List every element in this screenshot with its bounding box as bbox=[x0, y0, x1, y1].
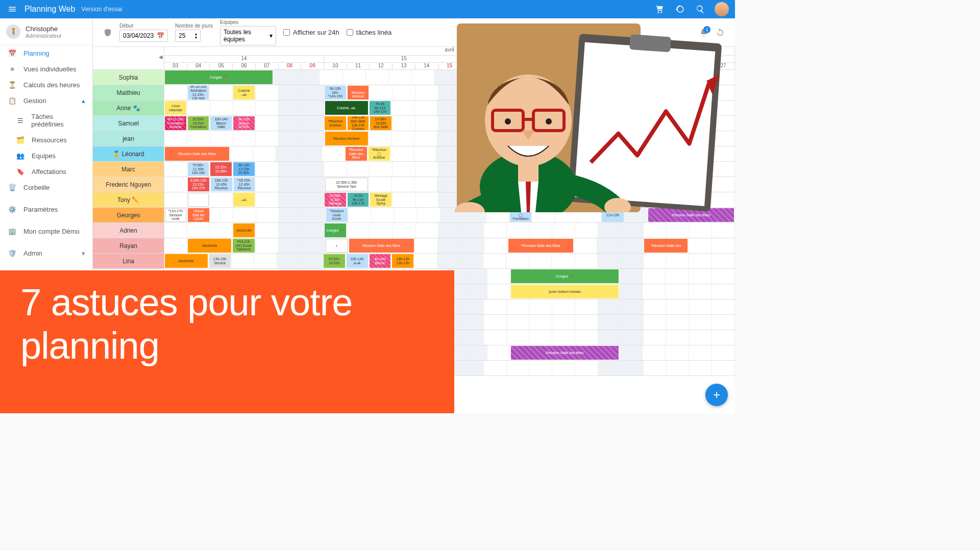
nav-parametres[interactable]: ⚙️Paramètres bbox=[0, 202, 92, 217]
task[interactable]: 8h-14hBlazor bbox=[370, 254, 391, 268]
task[interactable]: 8h-12h13:15h16:30h- bbox=[233, 162, 255, 176]
task[interactable]: 22:30h-1:30hService Taxi bbox=[325, 178, 368, 191]
person-row[interactable]: Adrien bbox=[93, 223, 164, 238]
person-row[interactable]: Anne 🐾 bbox=[93, 101, 164, 116]
task[interactable]: 10h-12h12:45hRéunion bbox=[211, 178, 232, 191]
task[interactable] bbox=[188, 193, 209, 207]
jours-input[interactable]: 25▴▾ bbox=[175, 30, 201, 42]
user-name: Christophe bbox=[26, 25, 62, 33]
task[interactable]: VirtuelEtat etcLycée bbox=[188, 208, 209, 222]
task[interactable]: 13:15h-16:30h- bbox=[210, 162, 232, 176]
task[interactable]: 7h-9h9h-11h14h-17h bbox=[348, 193, 369, 207]
nav-equipes[interactable]: 👥Equipes bbox=[0, 148, 92, 164]
task[interactable]: *11h-17hSessionroute bbox=[165, 208, 186, 222]
task[interactable]: électricité bbox=[165, 254, 208, 268]
nav-vues[interactable]: ≡Vues individuelles bbox=[0, 61, 92, 77]
task[interactable]: Conges 🌴 bbox=[165, 70, 273, 84]
task[interactable]: 8h-10h10h-*14h-15h bbox=[325, 86, 346, 99]
user-block[interactable]: 🧍 Christophe Administrateur bbox=[0, 18, 92, 45]
nav-corbeille[interactable]: 🗑️Corbeille bbox=[0, 180, 92, 195]
task[interactable]: *Réunion Salle des bbox=[644, 239, 688, 253]
person-row[interactable]: 🏅 Léonard bbox=[93, 146, 164, 162]
task[interactable]: 15:58h-0:30hMénage bbox=[325, 193, 346, 207]
task[interactable]: 15:52h-16:52h bbox=[324, 254, 345, 268]
stepper-icon[interactable]: ▴▾ bbox=[195, 32, 197, 39]
person-row[interactable]: Matthieu bbox=[93, 85, 164, 101]
nav-admin[interactable]: 🛡️Admin▾ bbox=[0, 245, 92, 261]
nav-compte[interactable]: 🏢Mon compte Démo bbox=[0, 223, 92, 239]
clipboard-icon: 📋 bbox=[7, 97, 17, 105]
task[interactable]: 𝒜𝒷𝒸 bbox=[233, 193, 255, 207]
task[interactable]: • bbox=[326, 239, 347, 253]
task[interactable]: Conges 🌴 bbox=[325, 223, 346, 237]
notification-icon[interactable]: 1 bbox=[699, 28, 708, 37]
person-row[interactable]: Frederic Nguyen bbox=[93, 177, 164, 192]
nav-affectations[interactable]: 🔖Affectations bbox=[0, 164, 92, 180]
task[interactable]: 7h-9h9h-11h14h-17h bbox=[370, 101, 391, 115]
nav-ressources[interactable]: 🗂️Ressources bbox=[0, 132, 92, 148]
task[interactable]: POLICE(91) EcoleNanterre bbox=[233, 239, 254, 253]
task[interactable]: *10:15h-12:45hRéunion bbox=[234, 178, 255, 191]
task[interactable]: Conges 🌴 bbox=[511, 269, 619, 283]
task[interactable]: *Réunion Salle des fêtes bbox=[508, 239, 573, 253]
task[interactable]: électricité bbox=[188, 239, 231, 253]
task[interactable]: pose cloison bureau bbox=[511, 285, 619, 298]
task[interactable]: 9h-10:10hAmination11:15h-13h test bbox=[188, 86, 209, 99]
task[interactable]: ⚠bonmauvais bbox=[165, 101, 186, 115]
menu-button[interactable] bbox=[6, 3, 18, 15]
shield-icon[interactable] bbox=[103, 28, 112, 37]
check-linear[interactable]: tâches linéa bbox=[347, 29, 391, 36]
task[interactable]: Réunion Annexe bbox=[325, 132, 368, 145]
task[interactable]: Cuisine 𝒜𝒷𝒸 bbox=[325, 101, 368, 115]
nav-calculs[interactable]: ⏳Calculs des heures bbox=[0, 77, 92, 93]
task[interactable]: 14:08h-15:08htest Salle bbox=[370, 116, 391, 130]
task[interactable]: Réunion Salle des fêtes bbox=[648, 208, 734, 222]
task[interactable]: 11h-15h bbox=[602, 208, 623, 222]
task[interactable]: *SessionrouteEcole bbox=[326, 208, 348, 222]
task[interactable]: *RéunionSalle desfêtes bbox=[346, 147, 367, 161]
person-row[interactable]: Sophia bbox=[93, 70, 164, 85]
task[interactable]: 8h-11:15hFormationAnnexe bbox=[165, 116, 186, 130]
search-icon[interactable] bbox=[694, 3, 706, 15]
task[interactable]: 14h-15h◯Formation bbox=[510, 208, 531, 222]
task[interactable]: Réunion Salle des fêtes bbox=[511, 346, 619, 360]
person-row[interactable]: Tony ✏️ bbox=[93, 192, 164, 208]
person-row[interactable]: Samuel bbox=[93, 116, 164, 131]
nav-taches[interactable]: ☰Tâches prédéfinies bbox=[0, 109, 92, 132]
task[interactable]: *9:30h-11:30h13h-18h bbox=[188, 162, 209, 176]
task[interactable]: 8:30h-10h13:15h-15h-17h bbox=[188, 178, 209, 191]
trial-label: Version d'essai bbox=[81, 6, 122, 13]
task[interactable]: Réunion Salle des fêtes bbox=[349, 239, 414, 253]
task[interactable]: 13h-15hService bbox=[209, 254, 231, 268]
task[interactable]: 15:52h-16:52hFormation bbox=[188, 116, 209, 130]
cart-icon[interactable] bbox=[653, 3, 666, 15]
person-row[interactable]: Lina bbox=[93, 254, 164, 269]
task[interactable]: 10h-14hBlazorSalle bbox=[210, 116, 232, 130]
task[interactable]: 10h-14h𝒽ℯ𝓁𝓁ℴ bbox=[347, 254, 368, 268]
task[interactable]: RéunionAnnexe bbox=[348, 86, 369, 99]
task[interactable]: *Réunion◯Annexe bbox=[369, 147, 390, 161]
task[interactable]: MénageEcoleSymp bbox=[370, 193, 391, 207]
nav-gestion[interactable]: 📋Gestion▴ bbox=[0, 93, 92, 109]
task[interactable]: Cuisine𝒜𝒷𝒸 bbox=[233, 86, 255, 99]
task[interactable]: électricité bbox=[233, 223, 255, 237]
equipes-select[interactable]: Toutes les équipes▾ bbox=[220, 26, 276, 45]
history-icon[interactable] bbox=[674, 3, 686, 15]
nav-planning[interactable]: 📅Planning bbox=[0, 45, 92, 61]
task[interactable]: 10h-12h13h-15h bbox=[392, 254, 413, 268]
task[interactable]: 8h-12hBlazor14:03h- bbox=[233, 116, 255, 130]
sync-icon[interactable] bbox=[716, 28, 725, 37]
task[interactable]: Réunion Salle des fêtes bbox=[165, 147, 229, 161]
person-row[interactable]: jean bbox=[93, 131, 164, 146]
avatar[interactable] bbox=[715, 2, 729, 16]
chevron-down-icon: ▾ bbox=[82, 249, 85, 257]
person-row[interactable]: Rayan bbox=[93, 238, 164, 254]
debut-input[interactable]: 03/04/2023📅 bbox=[119, 30, 168, 42]
person-row[interactable]: Marc bbox=[93, 162, 164, 177]
task[interactable]: *RéunionAnnexe bbox=[325, 116, 346, 130]
add-fab[interactable]: + bbox=[705, 384, 728, 406]
person-row[interactable]: Georges bbox=[93, 208, 164, 223]
task[interactable]: 10h-12htest Salle13h-15hConges bbox=[348, 116, 369, 130]
debut-label: Début bbox=[119, 23, 168, 29]
check-24h[interactable]: Afficher sur 24h bbox=[283, 29, 339, 36]
